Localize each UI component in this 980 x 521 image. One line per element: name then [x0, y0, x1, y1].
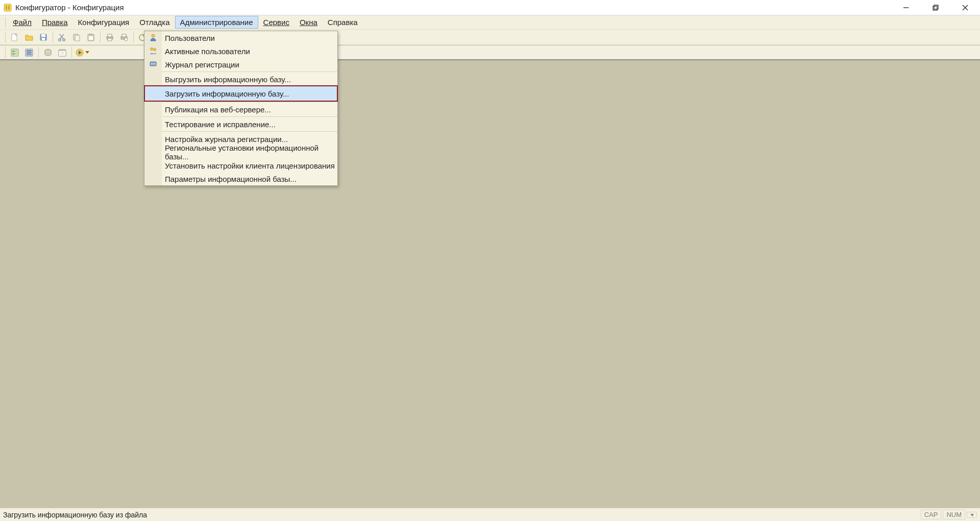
svg-point-47	[151, 48, 153, 50]
svg-rect-31	[12, 51, 14, 52]
svg-rect-20	[89, 34, 92, 35]
dropdown-caret-icon	[85, 51, 89, 54]
svg-rect-2	[8, 6, 10, 10]
config-tree-icon[interactable]	[8, 46, 21, 59]
menu-help[interactable]: Справка	[323, 16, 363, 29]
status-menu-button[interactable]	[967, 512, 977, 518]
menu-file[interactable]: Файл	[8, 16, 37, 29]
menu-item-regional-settings[interactable]: Региональные установки информационной ба…	[144, 146, 337, 159]
window-title: Конфигуратор - Конфигурация	[15, 3, 124, 12]
svg-point-46	[152, 34, 155, 37]
svg-point-15	[59, 38, 61, 41]
status-num: NUM	[943, 510, 965, 519]
svg-point-16	[63, 38, 65, 41]
svg-rect-18	[75, 35, 80, 41]
menu-edit[interactable]: Правка	[37, 16, 73, 29]
menu-item-event-log[interactable]: Журнал регистрации	[144, 58, 337, 71]
database-icon[interactable]	[41, 46, 55, 59]
menubar-grip	[5, 17, 6, 28]
print-icon[interactable]	[103, 31, 116, 43]
window-controls	[891, 0, 980, 15]
svg-rect-38	[27, 54, 32, 55]
svg-rect-24	[108, 38, 112, 41]
db-config-icon[interactable]	[22, 46, 36, 59]
start-debug-button[interactable]	[74, 46, 90, 59]
save-icon[interactable]	[37, 31, 50, 43]
users-group-icon	[149, 46, 157, 56]
user-icon	[149, 33, 157, 43]
minimize-button[interactable]	[891, 0, 921, 15]
svg-point-52	[154, 63, 155, 64]
menu-item-test-repair[interactable]: Тестирование и исправление...	[144, 117, 337, 131]
menu-item-label: Публикация на веб-сервере...	[162, 105, 271, 114]
print-preview-icon[interactable]	[117, 31, 131, 43]
statusbar: Загрузить информационную базу из файла C…	[0, 508, 980, 521]
svg-rect-37	[27, 52, 32, 54]
svg-rect-21	[89, 36, 93, 40]
close-button[interactable]	[950, 0, 980, 15]
maximize-button[interactable]	[921, 0, 950, 15]
menu-item-license-client[interactable]: Установить настройки клиента лицензирова…	[144, 159, 337, 172]
workspace: Пользователи Активные пользователи Журна…	[0, 60, 980, 508]
titlebar: Конфигуратор - Конфигурация	[0, 0, 980, 15]
svg-point-51	[153, 63, 154, 64]
svg-rect-41	[59, 50, 66, 51]
svg-rect-5	[934, 5, 938, 9]
menu-item-infobase-params[interactable]: Параметры информационной базы...	[144, 172, 337, 185]
menu-item-label: Региональные установки информационной ба…	[162, 144, 337, 161]
menu-service[interactable]: Сервис	[258, 16, 295, 29]
copy-icon[interactable]	[70, 31, 83, 43]
menubar: Файл Правка Конфигурация Отладка Админис…	[0, 15, 980, 30]
svg-point-50	[151, 63, 152, 64]
new-file-icon[interactable]	[8, 31, 21, 43]
menu-windows[interactable]: Окна	[295, 16, 323, 29]
status-text: Загрузить информационную базу из файла	[3, 511, 147, 519]
svg-rect-26	[122, 34, 126, 37]
menu-item-label: Установить настройки клиента лицензирова…	[162, 161, 335, 170]
paste-icon[interactable]	[84, 31, 97, 43]
svg-marker-53	[970, 514, 973, 516]
svg-rect-0	[4, 4, 11, 11]
menu-item-label: Параметры информационной базы...	[162, 175, 297, 183]
menu-administration-dropdown: Пользователи Активные пользователи Журна…	[144, 31, 338, 186]
menu-item-label: Выгрузить информационную базу...	[162, 75, 291, 84]
menu-item-label: Пользователи	[162, 34, 215, 42]
menu-item-users[interactable]: Пользователи	[144, 31, 337, 44]
svg-rect-32	[12, 53, 14, 55]
menu-item-publish-web[interactable]: Публикация на веб-сервере...	[144, 103, 337, 116]
menu-administration[interactable]: Администрирование	[175, 16, 258, 29]
svg-rect-11	[41, 34, 45, 37]
open-folder-icon[interactable]	[22, 31, 36, 43]
menu-item-dump-infobase[interactable]: Выгрузить информационную базу...	[144, 73, 337, 86]
log-icon	[149, 60, 157, 69]
menu-item-label: Тестирование и исправление...	[162, 120, 276, 129]
menu-item-label: Настройка журнала регистрации...	[162, 135, 288, 144]
menu-debug[interactable]: Отладка	[134, 16, 175, 29]
svg-point-27	[125, 38, 128, 41]
app-window: Конфигуратор - Конфигурация Файл Правка …	[0, 0, 980, 521]
menu-item-restore-infobase[interactable]: Загрузить информационную базу...	[144, 86, 337, 101]
menu-item-label: Загрузить информационную базу...	[162, 89, 289, 98]
svg-rect-4	[933, 6, 937, 10]
svg-rect-30	[11, 49, 18, 56]
menu-configuration[interactable]: Конфигурация	[73, 16, 135, 29]
svg-rect-23	[108, 34, 112, 37]
menu-item-label: Журнал регистрации	[162, 60, 239, 69]
menu-item-active-users[interactable]: Активные пользователи	[144, 44, 337, 58]
calendar-icon[interactable]	[56, 46, 69, 59]
svg-rect-1	[6, 6, 7, 10]
app-icon	[3, 3, 12, 12]
svg-point-48	[154, 48, 156, 51]
status-cap: CAP	[921, 510, 942, 519]
svg-rect-12	[42, 38, 45, 40]
svg-rect-36	[27, 50, 32, 52]
menu-item-label: Активные пользователи	[162, 47, 250, 56]
cut-icon[interactable]	[56, 31, 69, 43]
